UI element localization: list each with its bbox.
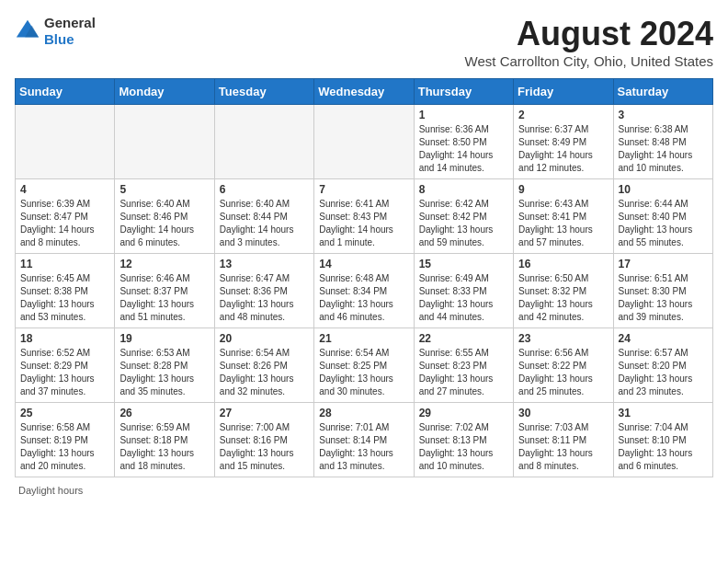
calendar-cell — [214, 105, 313, 179]
day-number: 6 — [220, 183, 309, 196]
logo-blue: Blue — [44, 31, 74, 47]
week-row-1: 1Sunrise: 6:36 AM Sunset: 8:50 PM Daylig… — [16, 105, 713, 179]
cell-content: Sunrise: 6:58 AM Sunset: 8:19 PM Dayligh… — [20, 421, 109, 473]
cell-content: Sunrise: 6:37 AM Sunset: 8:49 PM Dayligh… — [518, 123, 608, 175]
calendar-cell: 17Sunrise: 6:51 AM Sunset: 8:30 PM Dayli… — [613, 254, 712, 328]
cell-content: Sunrise: 7:04 AM Sunset: 8:10 PM Dayligh… — [619, 421, 708, 473]
header: General Blue August 2024 West Carrollton… — [15, 15, 713, 69]
week-row-3: 11Sunrise: 6:45 AM Sunset: 8:38 PM Dayli… — [16, 254, 713, 328]
calendar-cell: 9Sunrise: 6:43 AM Sunset: 8:41 PM Daylig… — [514, 179, 613, 254]
logo: General Blue — [15, 15, 96, 48]
day-number: 15 — [419, 258, 508, 270]
cell-content: Sunrise: 7:02 AM Sunset: 8:13 PM Dayligh… — [419, 421, 508, 473]
day-number: 1 — [419, 109, 508, 121]
day-number: 3 — [619, 109, 708, 121]
day-number: 13 — [220, 258, 309, 270]
cell-content: Sunrise: 6:54 AM Sunset: 8:26 PM Dayligh… — [220, 347, 309, 398]
column-header-wednesday: Wednesday — [314, 79, 414, 105]
cell-content: Sunrise: 6:42 AM Sunset: 8:42 PM Dayligh… — [419, 198, 508, 249]
day-number: 12 — [119, 258, 209, 270]
calendar-cell: 2Sunrise: 6:37 AM Sunset: 8:49 PM Daylig… — [514, 105, 613, 179]
calendar-cell: 25Sunrise: 6:58 AM Sunset: 8:19 PM Dayli… — [16, 403, 115, 477]
column-header-tuesday: Tuesday — [214, 79, 313, 105]
calendar-cell: 5Sunrise: 6:40 AM Sunset: 8:46 PM Daylig… — [115, 179, 214, 254]
calendar-cell: 31Sunrise: 7:04 AM Sunset: 8:10 PM Dayli… — [613, 403, 712, 477]
calendar-cell: 3Sunrise: 6:38 AM Sunset: 8:48 PM Daylig… — [613, 105, 712, 179]
day-number: 30 — [518, 407, 608, 419]
cell-content: Sunrise: 6:47 AM Sunset: 8:36 PM Dayligh… — [220, 272, 309, 324]
cell-content: Sunrise: 6:41 AM Sunset: 8:43 PM Dayligh… — [319, 198, 408, 249]
day-number: 25 — [20, 407, 109, 419]
week-row-4: 18Sunrise: 6:52 AM Sunset: 8:29 PM Dayli… — [16, 328, 713, 403]
day-number: 14 — [319, 258, 408, 270]
cell-content: Sunrise: 6:46 AM Sunset: 8:37 PM Dayligh… — [119, 272, 209, 324]
calendar-cell: 6Sunrise: 6:40 AM Sunset: 8:44 PM Daylig… — [214, 179, 313, 254]
cell-content: Sunrise: 6:53 AM Sunset: 8:28 PM Dayligh… — [119, 347, 209, 398]
cell-content: Sunrise: 6:54 AM Sunset: 8:25 PM Dayligh… — [319, 347, 408, 398]
cell-content: Sunrise: 6:59 AM Sunset: 8:18 PM Dayligh… — [119, 421, 209, 473]
cell-content: Sunrise: 6:56 AM Sunset: 8:22 PM Dayligh… — [518, 347, 608, 398]
cell-content: Sunrise: 6:39 AM Sunset: 8:47 PM Dayligh… — [20, 198, 109, 249]
calendar-cell: 12Sunrise: 6:46 AM Sunset: 8:37 PM Dayli… — [115, 254, 214, 328]
cell-content: Sunrise: 6:36 AM Sunset: 8:50 PM Dayligh… — [419, 123, 508, 175]
calendar-cell: 21Sunrise: 6:54 AM Sunset: 8:25 PM Dayli… — [314, 328, 414, 403]
calendar-table: SundayMondayTuesdayWednesdayThursdayFrid… — [15, 78, 713, 477]
day-number: 23 — [518, 332, 608, 345]
calendar-cell — [115, 105, 214, 179]
cell-content: Sunrise: 7:00 AM Sunset: 8:16 PM Dayligh… — [220, 421, 309, 473]
logo-text: General Blue — [44, 15, 96, 48]
column-header-sunday: Sunday — [16, 79, 115, 105]
calendar-cell: 1Sunrise: 6:36 AM Sunset: 8:50 PM Daylig… — [414, 105, 513, 179]
column-header-thursday: Thursday — [414, 79, 513, 105]
column-header-saturday: Saturday — [613, 79, 712, 105]
cell-content: Sunrise: 7:03 AM Sunset: 8:11 PM Dayligh… — [518, 421, 608, 473]
logo-general: General — [44, 15, 96, 30]
day-number: 20 — [220, 332, 309, 345]
week-row-5: 25Sunrise: 6:58 AM Sunset: 8:19 PM Dayli… — [16, 403, 713, 477]
cell-content: Sunrise: 6:44 AM Sunset: 8:40 PM Dayligh… — [619, 198, 708, 249]
cell-content: Sunrise: 6:43 AM Sunset: 8:41 PM Dayligh… — [518, 198, 608, 249]
day-number: 8 — [419, 183, 508, 196]
cell-content: Sunrise: 6:55 AM Sunset: 8:23 PM Dayligh… — [419, 347, 508, 398]
day-number: 2 — [518, 109, 608, 121]
calendar-cell: 7Sunrise: 6:41 AM Sunset: 8:43 PM Daylig… — [314, 179, 414, 254]
calendar-cell — [16, 105, 115, 179]
cell-content: Sunrise: 6:38 AM Sunset: 8:48 PM Dayligh… — [619, 123, 708, 175]
column-header-friday: Friday — [514, 79, 613, 105]
day-number: 18 — [20, 332, 109, 345]
calendar-cell: 19Sunrise: 6:53 AM Sunset: 8:28 PM Dayli… — [115, 328, 214, 403]
footer-note: Daylight hours — [15, 485, 713, 496]
logo-icon — [15, 18, 40, 44]
cell-content: Sunrise: 6:50 AM Sunset: 8:32 PM Dayligh… — [518, 272, 608, 324]
day-number: 19 — [119, 332, 209, 345]
day-number: 16 — [518, 258, 608, 270]
header-row: SundayMondayTuesdayWednesdayThursdayFrid… — [16, 79, 713, 105]
calendar-cell: 23Sunrise: 6:56 AM Sunset: 8:22 PM Dayli… — [514, 328, 613, 403]
calendar-cell: 11Sunrise: 6:45 AM Sunset: 8:38 PM Dayli… — [16, 254, 115, 328]
day-number: 24 — [619, 332, 708, 345]
calendar-cell: 26Sunrise: 6:59 AM Sunset: 8:18 PM Dayli… — [115, 403, 214, 477]
calendar-cell: 28Sunrise: 7:01 AM Sunset: 8:14 PM Dayli… — [314, 403, 414, 477]
cell-content: Sunrise: 6:52 AM Sunset: 8:29 PM Dayligh… — [20, 347, 109, 398]
day-number: 11 — [20, 258, 109, 270]
day-number: 28 — [319, 407, 408, 419]
day-number: 21 — [319, 332, 408, 345]
week-row-2: 4Sunrise: 6:39 AM Sunset: 8:47 PM Daylig… — [16, 179, 713, 254]
calendar-cell: 8Sunrise: 6:42 AM Sunset: 8:42 PM Daylig… — [414, 179, 513, 254]
cell-content: Sunrise: 7:01 AM Sunset: 8:14 PM Dayligh… — [319, 421, 408, 473]
day-number: 26 — [119, 407, 209, 419]
calendar-cell: 18Sunrise: 6:52 AM Sunset: 8:29 PM Dayli… — [16, 328, 115, 403]
day-number: 17 — [619, 258, 708, 270]
day-number: 10 — [619, 183, 708, 196]
cell-content: Sunrise: 6:48 AM Sunset: 8:34 PM Dayligh… — [319, 272, 408, 324]
column-header-monday: Monday — [115, 79, 214, 105]
month-title: August 2024 — [465, 15, 713, 53]
day-number: 5 — [119, 183, 209, 196]
calendar-cell: 14Sunrise: 6:48 AM Sunset: 8:34 PM Dayli… — [314, 254, 414, 328]
calendar-cell: 13Sunrise: 6:47 AM Sunset: 8:36 PM Dayli… — [214, 254, 313, 328]
calendar-cell: 22Sunrise: 6:55 AM Sunset: 8:23 PM Dayli… — [414, 328, 513, 403]
calendar-cell: 27Sunrise: 7:00 AM Sunset: 8:16 PM Dayli… — [214, 403, 313, 477]
cell-content: Sunrise: 6:57 AM Sunset: 8:20 PM Dayligh… — [619, 347, 708, 398]
cell-content: Sunrise: 6:49 AM Sunset: 8:33 PM Dayligh… — [419, 272, 508, 324]
day-number: 7 — [319, 183, 408, 196]
